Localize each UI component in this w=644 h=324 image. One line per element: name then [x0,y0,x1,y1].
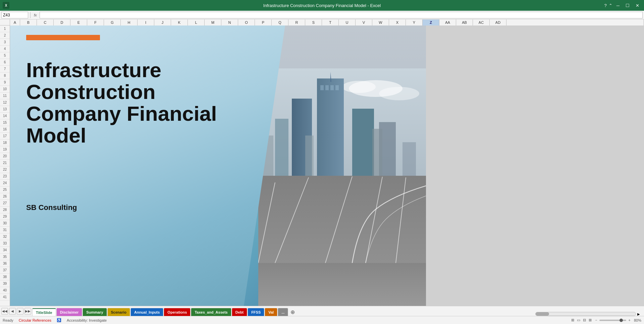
sheet-tab-scenario[interactable]: Scenario [107,308,130,316]
row-38[interactable]: 38 [0,274,10,280]
ribbon-toggle-icon[interactable]: ⌃ [609,3,612,8]
row-30[interactable]: 30 [0,220,10,227]
zoom-slider[interactable] [599,320,626,321]
row-20[interactable]: 20 [0,153,10,160]
view-normal-icon[interactable]: ▭ [577,318,580,322]
row-37[interactable]: 37 [0,267,10,274]
col-header-z[interactable]: Z [423,19,439,25]
tab-scroll-prev-btn[interactable]: ◀ [9,308,16,315]
help-icon[interactable]: ? [604,3,607,8]
row-12[interactable]: 12 [0,99,10,106]
col-header-d[interactable]: D [54,19,70,25]
col-header-i[interactable]: I [138,19,154,25]
row-11[interactable]: 11 [0,93,10,99]
col-header-c[interactable]: C [37,19,54,25]
row-31[interactable]: 31 [0,227,10,233]
cell-reference-box[interactable]: Z43 [1,12,28,18]
col-header-g[interactable]: G [104,19,121,25]
col-header-ac[interactable]: AC [473,19,490,25]
sheet-tab-val[interactable]: Val [265,308,277,316]
maximize-icon[interactable]: ☐ [624,3,632,8]
view-layout-icon[interactable]: ⊟ [583,318,586,322]
add-sheet-button[interactable]: ⊕ [288,308,297,316]
zoom-level[interactable]: 80% [634,318,641,322]
row-17[interactable]: 17 [0,133,10,140]
row-7[interactable]: 7 [0,66,10,72]
fx-button[interactable]: fx [33,13,38,17]
col-header-x[interactable]: X [389,19,406,25]
row-18[interactable]: 18 [0,140,10,146]
row-36[interactable]: 36 [0,260,10,267]
row-40[interactable]: 40 [0,287,10,294]
col-header-h[interactable]: H [121,19,138,25]
col-header-e[interactable]: E [70,19,87,25]
formula-input[interactable] [40,12,643,18]
col-header-a[interactable]: A [10,19,20,25]
row-35[interactable]: 35 [0,254,10,260]
row-33[interactable]: 33 [0,240,10,247]
col-header-j[interactable]: J [154,19,171,25]
col-header-s[interactable]: S [305,19,322,25]
sheet-tab-titleslide[interactable]: TitleSlide [32,308,56,316]
row-3[interactable]: 3 [0,39,10,46]
col-header-m[interactable]: M [205,19,221,25]
col-header-ab[interactable]: AB [456,19,473,25]
row-22[interactable]: 22 [0,166,10,173]
col-header-u[interactable]: U [339,19,356,25]
row-10[interactable]: 10 [0,86,10,93]
row-16[interactable]: 16 [0,126,10,133]
col-header-n[interactable]: N [221,19,238,25]
col-header-b[interactable]: B [20,19,37,25]
row-2[interactable]: 2 [0,32,10,39]
col-header-r[interactable]: R [288,19,305,25]
close-icon[interactable]: ✕ [634,3,641,8]
sheet-tab-ffss[interactable]: FFSS [248,308,264,316]
row-34[interactable]: 34 [0,247,10,254]
row-4[interactable]: 4 [0,46,10,52]
sheet-tab-debt[interactable]: Debt [232,308,247,316]
row-28[interactable]: 28 [0,207,10,213]
zoom-out-icon[interactable]: － [594,318,598,323]
accessibility-status[interactable]: Accessibility: Investigate [67,318,107,322]
row-26[interactable]: 26 [0,193,10,200]
col-header-aa[interactable]: AA [439,19,456,25]
h-scrollbar-thumb[interactable] [536,312,549,316]
tab-scroll-right-btn[interactable]: ▶▶ [24,308,31,315]
col-header-p[interactable]: P [255,19,272,25]
sheet-tab-summary[interactable]: Summary [83,308,107,316]
col-header-t[interactable]: T [322,19,339,25]
row-27[interactable]: 27 [0,200,10,207]
sheet-tab-taxes-assets[interactable]: Taxes_and_Assets [191,308,231,316]
col-header-f[interactable]: F [87,19,104,25]
col-header-ad[interactable]: AD [490,19,506,25]
col-header-w[interactable]: W [372,19,389,25]
tab-scroll-next-btn[interactable]: ▶ [17,308,23,315]
zoom-in-icon[interactable]: ＋ [628,318,631,323]
row-15[interactable]: 15 [0,119,10,126]
row-23[interactable]: 23 [0,173,10,180]
h-scrollbar[interactable] [535,312,636,316]
col-header-o[interactable]: O [238,19,255,25]
col-header-k[interactable]: K [171,19,188,25]
row-14[interactable]: 14 [0,113,10,119]
row-9[interactable]: 9 [0,79,10,86]
row-41[interactable]: 41 [0,294,10,301]
row-21[interactable]: 21 [0,160,10,166]
sheet-tab-disclaimer[interactable]: Disclaimer [56,308,83,316]
minimize-icon[interactable]: ─ [614,3,622,8]
row-8[interactable]: 8 [0,72,10,79]
col-header-v[interactable]: V [356,19,372,25]
sheet-tab-more[interactable]: ... [278,308,288,316]
view-pagebreak-icon[interactable]: ⊞ [589,318,592,322]
sheet-tab-operations[interactable]: Operations [164,308,191,316]
h-scroll-right-btn[interactable]: ▶ [636,312,641,316]
tab-scroll-left-btn[interactable]: ◀◀ [1,308,8,315]
row-5[interactable]: 5 [0,52,10,59]
col-header-q[interactable]: Q [272,19,288,25]
row-19[interactable]: 19 [0,146,10,153]
row-25[interactable]: 25 [0,186,10,193]
row-13[interactable]: 13 [0,106,10,113]
row-1[interactable]: 1 [0,25,10,32]
row-32[interactable]: 32 [0,233,10,240]
row-24[interactable]: 24 [0,180,10,186]
